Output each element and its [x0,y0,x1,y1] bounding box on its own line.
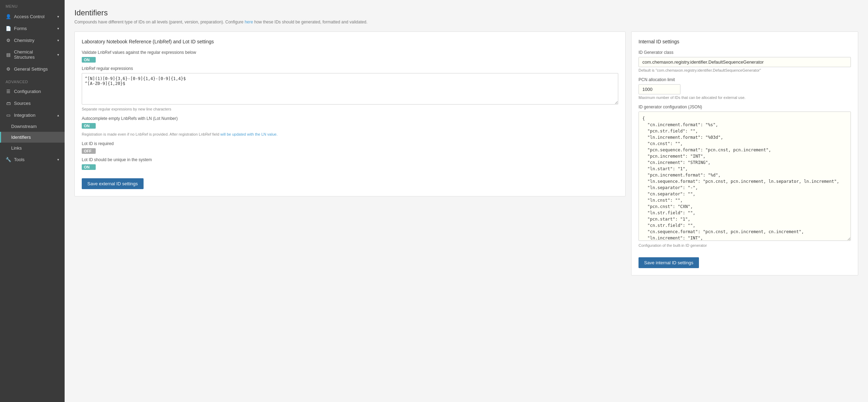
regex-hint: Separate regular expressions by new line… [82,107,618,111]
json-config-textarea[interactable] [639,112,851,241]
sidebar-item-access-control[interactable]: 👤 Access Control ▾ [0,10,65,22]
lot-required-label: Lot ID is required [82,141,618,146]
id-generator-hint: Default is "com.chemaxon.registry.identi… [639,68,851,72]
save-external-button[interactable]: Save external ID settings [82,178,144,189]
database-icon: 🗃 [6,100,11,106]
validate-toggle-row: ON [82,57,618,63]
advanced-label: ADVANCED [0,75,65,85]
sidebar-item-chemical-structures[interactable]: ▤ Chemical Structures ▾ [0,46,65,63]
person-icon: 👤 [6,14,11,19]
chevron-icon: ▾ [57,15,59,19]
sidebar-sub-links[interactable]: Links [0,143,65,153]
chevron-icon: ▾ [57,27,59,30]
menu-label: MENU [0,0,65,10]
sidebar-item-chemistry[interactable]: ⚙ Chemistry ▾ [0,34,65,46]
chevron-icon: ▾ [57,38,59,42]
form-icon: 📄 [6,26,11,31]
puzzle-icon: ▭ [6,112,11,118]
wrench-icon: 🔧 [6,157,11,162]
sidebar-item-sources[interactable]: 🗃 Sources [0,97,65,109]
sidebar-item-general-settings[interactable]: ⚙ General Settings [0,63,65,75]
validate-label: Validate LnbRef values against the regul… [82,50,618,55]
save-internal-button[interactable]: Save internal ID settings [639,257,699,268]
regex-label: LnbRef regular expressions [82,66,618,71]
gear-icon: ⚙ [6,66,11,72]
lot-unique-toggle-row: ON [82,164,618,170]
pcn-limit-input[interactable] [639,84,680,94]
molecule-icon: ▤ [6,52,11,57]
lot-required-toggle[interactable]: OFF [82,148,96,154]
ln-value-link[interactable]: will be updated with the LN value. [220,132,278,136]
sidebar-item-configuration[interactable]: ☰ Configuration [0,85,65,97]
chevron-up-icon: ▴ [57,113,59,117]
pcn-limit-label: PCN allocation limit [639,77,851,82]
right-card: Internal ID settings ID Generator class … [631,31,858,275]
lot-unique-label: Lot ID should be unique in the system [82,157,618,162]
lot-required-toggle-row: OFF [82,148,618,154]
flask-icon: ⚙ [6,37,11,43]
autocomplete-toggle[interactable]: ON [82,123,96,129]
autocomplete-label: Autocomplete empty LnbRefs with LN (Lot … [82,116,618,121]
sidebar-item-forms[interactable]: 📄 Forms ▾ [0,22,65,34]
left-card-title: Laboratory Notebook Reference (LnbRef) a… [82,39,618,44]
left-card: Laboratory Notebook Reference (LnbRef) a… [74,31,626,196]
json-config-label: ID generator configuration (JSON) [639,105,851,109]
json-hint: Configuration of the built-in ID generat… [639,243,851,247]
validate-toggle[interactable]: ON [82,57,96,63]
page-description: Compounds have different type of IDs on … [74,20,858,24]
chevron-icon: ▾ [57,53,59,57]
id-generator-input[interactable] [639,57,851,67]
regex-textarea[interactable] [82,73,618,105]
sidebar-item-tools[interactable]: 🔧 Tools ▾ [0,153,65,165]
sidebar-sub-downstream[interactable]: Downstream [0,121,65,132]
content-row: Laboratory Notebook Reference (LnbRef) a… [74,31,858,275]
right-card-title: Internal ID settings [639,39,851,44]
sidebar-item-integration[interactable]: ▭ Integration ▴ [0,109,65,121]
main-content: Identifiers Compounds have different typ… [65,0,868,402]
autocomplete-toggle-row: ON [82,123,618,129]
here-link[interactable]: here [245,20,253,24]
sliders-icon: ☰ [6,88,11,94]
sidebar: MENU 👤 Access Control ▾ 📄 Forms ▾ ⚙ Chem… [0,0,65,402]
autocomplete-hint: Registration is made even if no LnbRef i… [82,132,618,136]
page-title: Identifiers [74,8,858,17]
sidebar-sub-identifiers[interactable]: Identifiers [0,132,65,143]
chevron-icon: ▾ [57,158,59,161]
pcn-limit-hint: Maximum number of IDs that can be alloca… [639,95,851,100]
id-generator-label: ID Generator class [639,50,851,55]
lot-unique-toggle[interactable]: ON [82,164,96,170]
